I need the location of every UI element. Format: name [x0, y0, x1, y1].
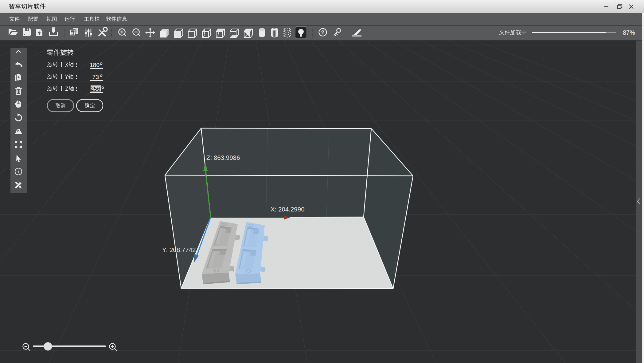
- svg-text:73: 73: [92, 74, 99, 80]
- svg-text:Y: 208.7742: Y: 208.7742: [162, 246, 196, 253]
- svg-text:X: 204.2990: X: 204.2990: [271, 206, 305, 213]
- svg-text:?: ?: [321, 30, 324, 35]
- svg-text:i: i: [18, 169, 19, 174]
- svg-text:Z: 863.9986: Z: 863.9986: [206, 154, 240, 161]
- svg-text:256: 256: [91, 85, 100, 92]
- svg-text:87%: 87%: [623, 29, 635, 36]
- svg-text:180: 180: [90, 62, 100, 68]
